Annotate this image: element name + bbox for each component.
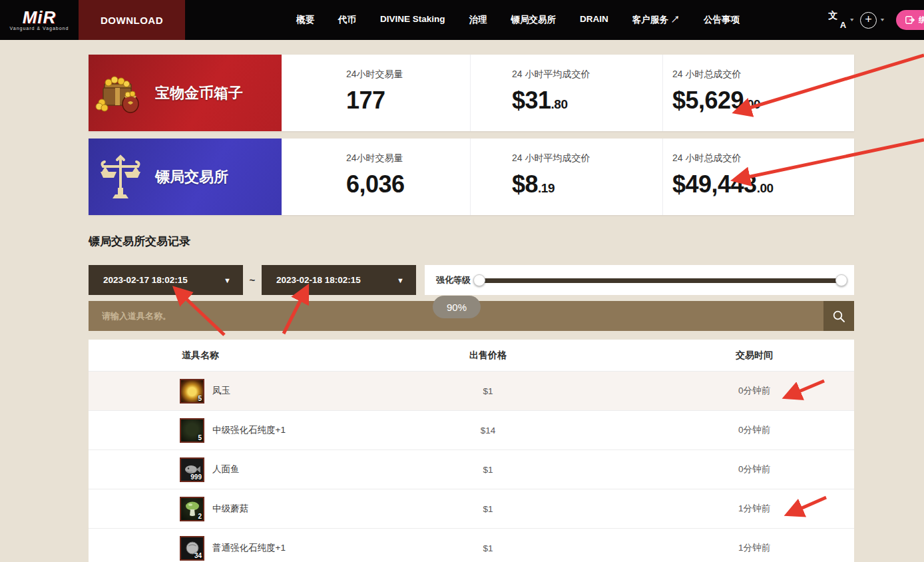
date-to-select[interactable]: 2023-02-18 18:02:15 ▼ [262, 265, 416, 295]
date-range-separator: ~ [243, 274, 262, 286]
table-header-row: 道具名称 出售价格 交易时间 [89, 340, 854, 371]
records-section-title: 镖局交易所交易记录 [89, 234, 190, 249]
nav-item-token[interactable]: 代币 [338, 14, 356, 26]
chevron-down-icon: ▼ [849, 17, 855, 23]
treasure-chest-banner[interactable]: 宝物金币箱子 [89, 55, 282, 131]
human-face-fish-icon: 999 [180, 457, 204, 482]
stat-value: $31 [512, 87, 551, 114]
stat-label: 24 小时平均成交价 [512, 69, 662, 81]
slider-handle-min[interactable] [473, 274, 485, 286]
topbar-actions: 文A ▼ + ▼ 绑定钱包 [828, 0, 924, 40]
table-row[interactable]: 2 中级蘑菇 $1 1分钟前 [89, 489, 854, 528]
trade-time: 0分钟前 [654, 424, 854, 436]
date-to-value: 2023-02-18 18:02:15 [276, 275, 397, 285]
column-header-price: 出售价格 [388, 350, 588, 362]
stat-decimal: .00 [757, 181, 774, 195]
records-filter-row: 2023-02-17 18:02:15 ▼ ~ 2023-02-18 18:02… [89, 265, 854, 295]
main-nav: 概要 代币 DIVINE Staking 治理 镖局交易所 DRAIN 客户服务… [296, 14, 740, 26]
column-header-item: 道具名称 [89, 350, 388, 362]
item-name: 中级蘑菇 [212, 503, 248, 515]
date-from-select[interactable]: 2023-02-17 18:02:15 ▼ [89, 265, 243, 295]
enhance-level-slider[interactable] [475, 274, 846, 286]
stat-label: 24小时交易量 [346, 69, 470, 81]
treasure-chest-stats: 24小时交易量 177 24 小时平均成交价 $31.80 24 小时总成交价 … [282, 55, 854, 131]
treasure-chest-card: 宝物金币箱子 24小时交易量 177 24 小时平均成交价 $31.80 24 … [89, 55, 854, 131]
item-count: 5 [198, 395, 202, 402]
chevron-down-icon: ▼ [224, 276, 231, 284]
stat-value: $5,629 [672, 87, 744, 114]
language-icon: 文A [828, 11, 846, 29]
exchange-banner[interactable]: 镖局交易所 [89, 139, 282, 215]
item-price: $14 [388, 425, 588, 435]
stat-decimal: .00 [744, 97, 760, 111]
common-enhance-stone-icon: 34 [180, 536, 204, 561]
exchange-card: 镖局交易所 24小时交易量 6,036 24 小时平均成交价 $8.19 24 … [89, 139, 854, 215]
nav-item-drain[interactable]: DRAIN [580, 14, 608, 26]
phoenix-jade-icon: 5 [180, 379, 204, 404]
date-from-value: 2023-02-17 18:02:15 [103, 275, 224, 285]
trade-time: 0分钟前 [654, 385, 854, 397]
chevron-down-icon: ▼ [397, 276, 404, 284]
item-name: 人面鱼 [212, 463, 240, 475]
stat-label: 24 小时总成交价 [672, 69, 854, 81]
item-count: 5 [198, 434, 202, 441]
stat-value: $8 [512, 170, 538, 198]
stat-value: $49,443 [672, 170, 757, 198]
item-count: 34 [194, 552, 202, 559]
add-circle-icon: + [860, 12, 877, 29]
exchange-title: 镖局交易所 [155, 167, 228, 187]
item-name: 凤玉 [212, 385, 230, 397]
item-name: 普通强化石纯度+1 [212, 542, 286, 554]
bind-wallet-button[interactable]: 绑定钱包 [896, 10, 924, 30]
slider-handle-max[interactable] [835, 274, 847, 286]
item-price: $1 [388, 543, 588, 553]
table-row[interactable]: 34 普通强化石纯度+1 $1 1分钟前 [89, 528, 854, 562]
mid-enhance-stone-icon: 5 [180, 418, 204, 443]
table-row[interactable]: 999 人面鱼 $1 0分钟前 [89, 449, 854, 489]
nav-item-exchange[interactable]: 镖局交易所 [511, 14, 557, 26]
mir-logo[interactable]: MiR Vanguard & Vagabond [0, 0, 79, 40]
top-navigation-bar: MiR Vanguard & Vagabond DOWNLOAD 概要 代币 D… [0, 0, 924, 40]
stat-label: 24 小时总成交价 [672, 152, 854, 164]
trade-time: 1分钟前 [654, 503, 854, 515]
nav-item-notice[interactable]: 公告事项 [704, 14, 740, 26]
item-price: $1 [388, 465, 588, 475]
item-price: $1 [388, 504, 588, 514]
item-count: 2 [198, 513, 202, 520]
download-button[interactable]: DOWNLOAD [79, 0, 185, 40]
treasure-chest-title: 宝物金币箱子 [155, 83, 243, 103]
search-icon [832, 310, 845, 323]
mid-mushroom-icon: 2 [180, 497, 204, 521]
table-row[interactable]: 5 凤玉 $1 0分钟前 [89, 371, 854, 410]
slider-track [477, 278, 843, 283]
trade-time: 0分钟前 [654, 463, 854, 475]
item-price: $1 [388, 386, 588, 396]
search-button[interactable] [823, 301, 854, 331]
enhance-level-filter: 强化等级 [425, 265, 854, 295]
item-name: 中级强化石纯度+1 [212, 424, 286, 436]
table-row[interactable]: 5 中级强化石纯度+1 $14 0分钟前 [89, 410, 854, 449]
item-count: 999 [190, 473, 202, 481]
stat-label: 24 小时平均成交价 [512, 152, 662, 164]
language-menu[interactable]: 文A ▼ [828, 11, 855, 29]
chevron-down-icon: ▼ [879, 17, 885, 23]
nav-item-divine-staking[interactable]: DIVINE Staking [380, 14, 445, 26]
slider-tooltip: 90% [433, 296, 481, 318]
balance-scale-icon [89, 152, 152, 202]
trade-records-table: 道具名称 出售价格 交易时间 5 凤玉 $1 0分钟前 5 中级强化石纯度+1 … [89, 340, 854, 562]
stat-value: 6,036 [346, 170, 405, 198]
stat-value: 177 [346, 87, 385, 114]
enhance-level-label: 强化等级 [436, 274, 471, 286]
treasure-chest-icon [89, 69, 152, 117]
nav-item-governance[interactable]: 治理 [469, 14, 487, 26]
nav-item-overview[interactable]: 概要 [296, 14, 314, 26]
nav-item-support[interactable]: 客户服务 ↗ [632, 14, 680, 26]
wallet-card-icon [905, 16, 915, 24]
bind-wallet-label: 绑定钱包 [919, 15, 924, 26]
column-header-time: 交易时间 [654, 350, 854, 362]
exchange-stats: 24小时交易量 6,036 24 小时平均成交价 $8.19 24 小时总成交价… [282, 139, 854, 215]
logo-subtitle: Vanguard & Vagabond [10, 26, 69, 31]
trade-time: 1分钟前 [654, 542, 854, 554]
add-network-menu[interactable]: + ▼ [860, 12, 885, 29]
stat-decimal: .19 [538, 181, 555, 195]
